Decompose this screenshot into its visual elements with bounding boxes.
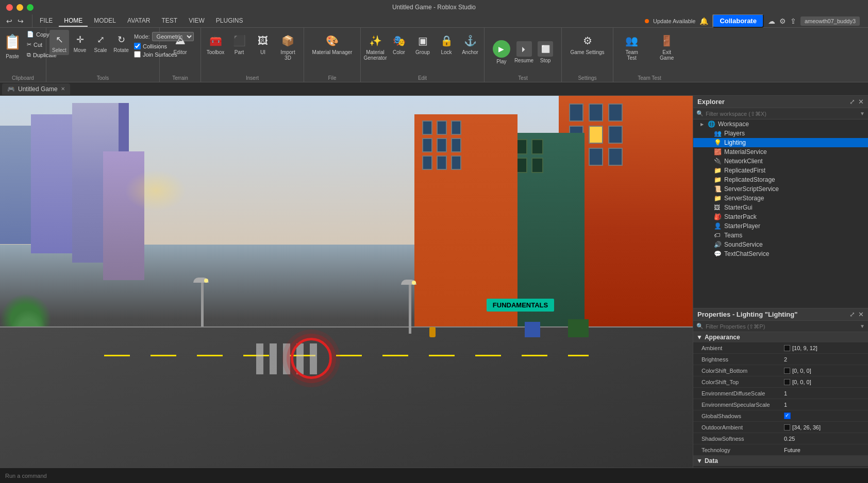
- resume-button[interactable]: ⏵ Resume: [514, 41, 533, 63]
- terrain-section: ⛰ Editor Terrain: [160, 28, 201, 82]
- menu-plugins[interactable]: PLUGINS: [211, 15, 248, 27]
- explorer-item-starterpack[interactable]: 🎒 StarterPack: [693, 212, 868, 221]
- maximize-button[interactable]: [27, 4, 34, 11]
- move-tool[interactable]: ✛ Move: [70, 30, 90, 55]
- console-input[interactable]: [5, 473, 863, 479]
- team-test-icon: 👥: [623, 32, 641, 49]
- collisions-checkbox[interactable]: [134, 43, 141, 49]
- stop-button[interactable]: ⬜ Stop: [538, 41, 553, 63]
- properties-close-icon[interactable]: ✕: [858, 310, 864, 318]
- lock-button[interactable]: 🔒 Lock: [435, 30, 458, 57]
- item-icon-materialservice: 🧱: [714, 148, 722, 156]
- part-button[interactable]: ⬛ Part: [228, 30, 251, 57]
- menu-view[interactable]: VIEW: [183, 15, 210, 27]
- material-manager-icon: 🎨: [324, 32, 341, 49]
- prop-row-colorshift-bottom[interactable]: ColorShift_Bottom [0, 0, 0]: [693, 365, 868, 376]
- prop-value-container-Technology: Future: [784, 447, 864, 453]
- group-button[interactable]: ▣ Group: [411, 30, 434, 57]
- join-surfaces-checkbox[interactable]: [134, 51, 141, 58]
- toolbox-button[interactable]: 🧰 Toolbox: [204, 30, 227, 57]
- explorer-close-icon[interactable]: ✕: [858, 98, 864, 106]
- window-controls[interactable]: [6, 4, 34, 11]
- exit-game-button[interactable]: 🚪 Exit Game: [651, 30, 682, 63]
- prop-name-Ambient: Ambient: [702, 345, 784, 351]
- lamp-2: [409, 285, 411, 334]
- undo-button[interactable]: ↩: [4, 16, 14, 26]
- close-button[interactable]: [6, 4, 13, 11]
- explorer-item-startergui[interactable]: 🖼 StarterGui: [693, 203, 868, 212]
- prop-row-environmentspecularscale[interactable]: EnvironmentSpecularScale 1: [693, 399, 868, 410]
- item-icon-starterpack: 🎒: [714, 213, 722, 220]
- appearance-section-header[interactable]: ▼Appearance: [693, 332, 868, 342]
- title-bar: Untitled Game - Roblox Studio: [0, 0, 868, 14]
- explorer-item-replicatedfirst[interactable]: 📁 ReplicatedFirst: [693, 166, 868, 175]
- select-tool[interactable]: ↖ Select: [49, 30, 69, 55]
- prop-row-technology[interactable]: Technology Future: [693, 444, 868, 456]
- cloud-icon[interactable]: ☁: [768, 17, 775, 25]
- explorer-item-replicatedstorage[interactable]: 📁 ReplicatedStorage: [693, 175, 868, 184]
- explorer-item-materialservice[interactable]: 🧱 MaterialService: [693, 147, 868, 157]
- color-button[interactable]: 🎭 Color: [388, 30, 410, 57]
- editor-button[interactable]: ⛰ Editor: [168, 30, 193, 57]
- settings-icon[interactable]: ⚙: [779, 17, 786, 25]
- menu-test[interactable]: TEST: [156, 15, 182, 27]
- explorer-item-lighting[interactable]: 💡 Lighting: [693, 138, 868, 147]
- notification-icon[interactable]: 🔔: [699, 17, 708, 25]
- properties-expand-icon[interactable]: ⤢: [849, 310, 855, 318]
- menu-model[interactable]: MODEL: [89, 15, 121, 27]
- prop-name-Brightness: Brightness: [702, 356, 784, 363]
- item-name-teams: Teams: [724, 232, 866, 239]
- viewport[interactable]: FUNDAMENTALS: [0, 96, 693, 468]
- prop-value-container-ShadowSoftness: 0.25: [784, 436, 864, 442]
- menu-home[interactable]: HOME: [59, 15, 88, 27]
- anchor-icon: ⚓: [461, 32, 479, 49]
- prop-value-ColorShift_Top: [0, 0, 0]: [792, 379, 811, 385]
- properties-header-icons: ⤢ ✕: [849, 310, 864, 318]
- explorer-item-teams[interactable]: 🏷 Teams: [693, 231, 868, 240]
- untitled-game-tab[interactable]: 🎮 Untitled Game ✕: [2, 83, 70, 95]
- prop-row-globalshadows[interactable]: GlobalShadows: [693, 410, 868, 422]
- explorer-item-textchatservice[interactable]: 💬 TextChatService: [693, 249, 868, 258]
- prop-checkbox-GlobalShadows[interactable]: [784, 412, 791, 419]
- explorer-item-players[interactable]: 👥 Players: [693, 129, 868, 138]
- share-icon[interactable]: ⇪: [790, 17, 796, 25]
- data-section-header[interactable]: ▼Data: [693, 456, 868, 466]
- item-icon-serverscriptservice: 📜: [714, 185, 722, 193]
- team-test-button[interactable]: 👥 Team Test: [616, 30, 647, 63]
- play-button[interactable]: ▶ Play: [493, 40, 510, 64]
- explorer-item-serverstorage[interactable]: 📁 ServerStorage: [693, 194, 868, 203]
- update-available-label[interactable]: Update Available: [653, 18, 695, 24]
- prop-row-ambient[interactable]: Ambient [10, 9, 12]: [693, 342, 868, 354]
- explorer-item-workspace[interactable]: ▶ 🌐 Workspace: [693, 119, 868, 129]
- ui-button[interactable]: 🖼 UI: [252, 30, 274, 57]
- material-generator-button[interactable]: ✨ Material Generator: [364, 30, 387, 63]
- explorer-item-networkclient[interactable]: 🔌 NetworkClient: [693, 157, 868, 166]
- explorer-item-starterplayer[interactable]: 👤 StarterPlayer: [693, 221, 868, 231]
- minimize-button[interactable]: [16, 4, 23, 11]
- import3d-button[interactable]: 📦 Import 3D: [275, 30, 301, 63]
- paste-button[interactable]: 📋 Paste: [3, 30, 22, 59]
- close-tab-button[interactable]: ✕: [61, 86, 65, 92]
- rotate-tool[interactable]: ↻ Rotate: [111, 30, 131, 55]
- menu-avatar[interactable]: AVATAR: [122, 15, 155, 27]
- item-name-starterpack: StarterPack: [724, 213, 866, 220]
- prop-row-colorshift-top[interactable]: ColorShift_Top [0, 0, 0]: [693, 376, 868, 388]
- prop-row-outdoorambient[interactable]: OutdoorAmbient [34, 26, 36]: [693, 422, 868, 433]
- filter-input[interactable]: [706, 111, 858, 117]
- prop-row-environmentdiffusescale[interactable]: EnvironmentDiffuseScale 1: [693, 388, 868, 399]
- settings-section: ⚙ Game Settings Settings: [562, 28, 613, 82]
- collaborate-button[interactable]: Collaborate: [712, 14, 764, 28]
- game-settings-button[interactable]: ⚙ Game Settings: [566, 30, 608, 57]
- scale-tool[interactable]: ⤢ Scale: [91, 30, 110, 55]
- explorer-expand-icon[interactable]: ⤢: [849, 98, 855, 106]
- explorer-item-soundservice[interactable]: 🔊 SoundService: [693, 240, 868, 249]
- anchor-button[interactable]: ⚓ Anchor: [459, 30, 481, 57]
- prop-row-brightness[interactable]: Brightness 2: [693, 354, 868, 365]
- prop-filter-input[interactable]: [706, 323, 858, 330]
- prop-value-container-ColorShift_Bottom: [0, 0, 0]: [784, 368, 864, 374]
- menu-file[interactable]: FILE: [35, 15, 58, 27]
- explorer-item-serverscriptservice[interactable]: 📜 ServerScriptService: [693, 184, 868, 194]
- prop-row-shadowsoftness[interactable]: ShadowSoftness 0.25: [693, 433, 868, 444]
- redo-button[interactable]: ↪: [15, 16, 26, 26]
- material-manager-button[interactable]: 🎨 Material Manager: [308, 30, 357, 57]
